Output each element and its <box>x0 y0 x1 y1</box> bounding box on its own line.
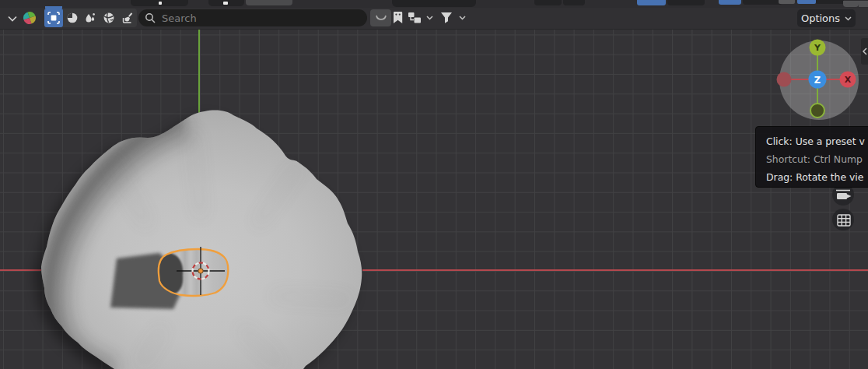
clipped-button[interactable] <box>534 0 562 5</box>
gizmo-axis-neg-x[interactable] <box>777 72 792 87</box>
options-label: Options <box>801 12 840 24</box>
tool-world-globe-button[interactable] <box>100 9 118 27</box>
brush-icon <box>121 12 134 24</box>
hierarchy-chevron-icon[interactable] <box>426 16 433 20</box>
clipped-glyph <box>159 2 162 5</box>
bookmark-icon[interactable] <box>393 11 404 24</box>
clipped-button[interactable] <box>743 0 782 5</box>
clipped-button[interactable] <box>563 0 585 5</box>
tool-fluid-droplets-button[interactable] <box>82 9 100 27</box>
fluid-droplets-icon <box>84 12 96 24</box>
gizmo-z-label: Z <box>814 75 821 86</box>
tool-brush-button[interactable] <box>118 9 137 27</box>
clipped-segment[interactable] <box>816 0 844 4</box>
clipped-segment[interactable] <box>843 1 859 7</box>
clipped-button[interactable] <box>246 0 292 5</box>
world-globe-icon <box>103 12 115 24</box>
sidebar-collapse-tab[interactable] <box>861 38 868 65</box>
hierarchy-icon[interactable] <box>408 12 422 23</box>
clipped-button[interactable] <box>667 0 705 5</box>
clipped-button-active[interactable] <box>637 0 666 5</box>
clipped-active-tab-edge <box>45 6 62 9</box>
curve-arc-icon <box>374 14 388 22</box>
editor-header: Options <box>0 8 868 30</box>
blob-object[interactable] <box>41 111 362 369</box>
gizmo-tooltip: Click: Use a preset v Shortcut: Ctrl Num… <box>755 126 868 188</box>
tooltip-line-shortcut: Shortcut: Ctrl Nump <box>766 150 868 168</box>
clipped-button[interactable] <box>131 0 188 6</box>
gizmo-axis-neg-y[interactable] <box>810 104 824 118</box>
navigation-gizmo[interactable]: Y Z X <box>774 35 867 125</box>
material-ball-icon[interactable] <box>23 11 37 25</box>
filter-chevron-icon[interactable] <box>459 16 466 20</box>
clipped-button-active[interactable] <box>719 0 741 5</box>
clipped-segment[interactable] <box>779 0 795 4</box>
axis-x-red-line-right <box>362 269 868 271</box>
tool-pie-sphere-button[interactable] <box>63 9 82 27</box>
camera-view-icon[interactable] <box>835 188 853 202</box>
ortho-grid-icon[interactable] <box>837 214 851 227</box>
scene-objects[interactable] <box>23 101 373 369</box>
filter-funnel-icon[interactable] <box>440 12 453 24</box>
tool-toggle-group <box>44 9 137 27</box>
clipped-button[interactable] <box>208 0 244 6</box>
options-chevron-icon <box>845 16 852 21</box>
gizmo-axis-z[interactable]: Z <box>809 71 827 89</box>
gizmo-axis-y[interactable]: Y <box>810 40 826 56</box>
chevron-left-icon <box>863 47 867 55</box>
search-input[interactable] <box>138 9 367 26</box>
arc-toggle-button[interactable] <box>370 9 391 26</box>
editor-collapse-chevron-icon[interactable] <box>8 16 17 22</box>
tooltip-line-drag: Drag: Rotate the vie <box>766 168 868 186</box>
clipped-glyph <box>223 2 228 5</box>
clipped-widget[interactable] <box>392 0 476 7</box>
clipped-segment-active[interactable] <box>797 0 816 4</box>
gizmo-y-label: Y <box>814 43 821 53</box>
tooltip-line-click: Click: Use a preset v <box>766 132 868 150</box>
tool-frame-select-button[interactable] <box>44 9 63 27</box>
pie-sphere-icon <box>66 12 79 24</box>
blender-window: Y Z X <box>0 0 868 369</box>
clipped-segment[interactable] <box>859 1 868 7</box>
gizmo-axis-x[interactable]: X <box>840 72 856 88</box>
options-button[interactable]: Options <box>797 9 856 27</box>
gizmo-x-label: X <box>845 75 852 85</box>
frame-select-icon <box>47 12 60 24</box>
